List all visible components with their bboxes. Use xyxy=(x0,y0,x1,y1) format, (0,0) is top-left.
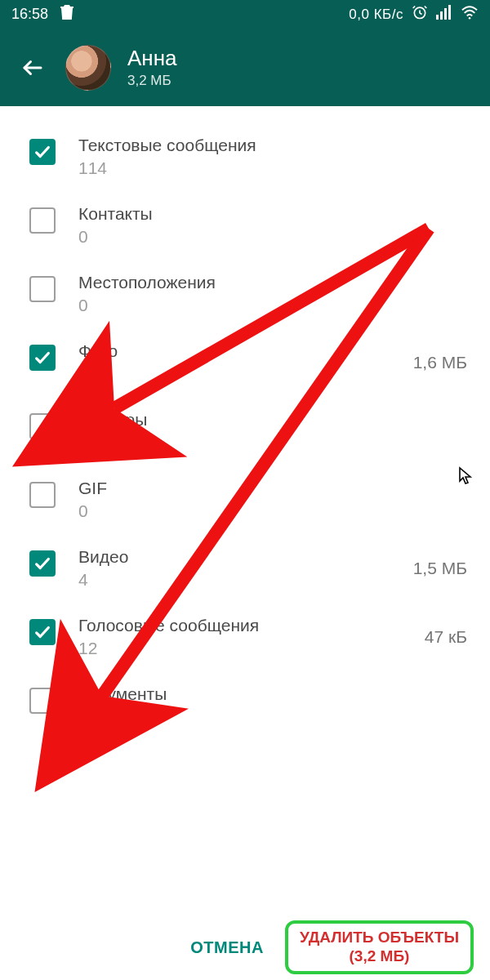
item-size xyxy=(394,136,467,147)
item-size xyxy=(394,273,467,284)
checkbox[interactable] xyxy=(29,139,56,165)
checkbox[interactable] xyxy=(29,688,56,714)
item-count: 12 xyxy=(78,639,394,658)
item-size xyxy=(394,684,467,696)
status-time: 16:58 xyxy=(11,6,48,23)
item-size: 47 кБ xyxy=(394,616,467,647)
back-button[interactable] xyxy=(16,51,49,84)
list-item[interactable]: Видео41,5 МБ xyxy=(0,534,490,603)
checkbox[interactable] xyxy=(29,413,56,439)
status-net: 0,0 КБ/с xyxy=(349,7,403,23)
item-label: Видео xyxy=(78,547,394,567)
status-bar: 16:58 0,0 КБ/с xyxy=(0,0,490,29)
wifi-icon xyxy=(461,5,479,24)
item-label: Стикеры xyxy=(78,410,394,430)
item-size: 1,6 МБ xyxy=(394,341,467,372)
category-list: Текстовые сообщения114Контакты0Местополо… xyxy=(0,106,490,980)
item-count: 20 xyxy=(78,364,394,384)
avatar[interactable] xyxy=(65,45,111,91)
checkbox[interactable] xyxy=(29,345,56,371)
svg-rect-1 xyxy=(436,15,439,20)
item-count: 0 xyxy=(78,296,394,315)
signal-icon xyxy=(436,5,452,24)
list-item[interactable]: Местоположения0 xyxy=(0,260,490,328)
delete-button[interactable]: УДАЛИТЬ ОБЪЕКТЫ (3,2 МБ) xyxy=(285,920,474,974)
cancel-button[interactable]: ОТМЕНА xyxy=(190,938,264,957)
item-size xyxy=(394,410,467,421)
item-label: Контакты xyxy=(78,204,394,224)
item-count: 0 xyxy=(78,433,394,452)
item-count: 0 xyxy=(78,707,394,727)
checkbox[interactable] xyxy=(29,550,56,577)
item-count: 4 xyxy=(78,570,394,590)
item-size xyxy=(394,479,467,490)
list-item[interactable]: Контакты0 xyxy=(0,191,490,260)
item-size xyxy=(394,204,467,216)
app-bar: Анна 3,2 МБ xyxy=(0,29,490,106)
item-label: GIF xyxy=(78,479,394,498)
cursor-icon xyxy=(458,466,473,488)
svg-point-5 xyxy=(469,17,471,20)
list-item[interactable]: Фото201,6 МБ xyxy=(0,328,490,397)
checkbox[interactable] xyxy=(29,482,56,508)
item-count: 114 xyxy=(78,158,394,178)
svg-rect-4 xyxy=(448,5,451,20)
delete-line2: (3,2 МБ) xyxy=(300,947,459,966)
list-item[interactable]: Текстовые сообщения114 xyxy=(0,122,490,191)
contact-size: 3,2 МБ xyxy=(127,73,177,89)
checkbox[interactable] xyxy=(29,276,56,302)
item-label: Фото xyxy=(78,341,394,361)
checkbox[interactable] xyxy=(29,207,56,234)
item-label: Местоположения xyxy=(78,273,394,292)
item-label: Документы xyxy=(78,684,394,704)
item-label: Текстовые сообщения xyxy=(78,136,394,155)
item-label: Голосовые сообщения xyxy=(78,616,394,635)
item-count: 0 xyxy=(78,501,394,521)
list-item[interactable]: Документы0 xyxy=(0,671,490,740)
checkbox[interactable] xyxy=(29,619,56,645)
button-bar: ОТМЕНА УДАЛИТЬ ОБЪЕКТЫ (3,2 МБ) xyxy=(0,920,490,975)
alarm-icon xyxy=(412,4,428,24)
list-item[interactable]: Стикеры0 xyxy=(0,397,490,466)
trash-icon xyxy=(60,4,74,24)
list-item[interactable]: Голосовые сообщения1247 кБ xyxy=(0,603,490,671)
item-count: 0 xyxy=(78,227,394,247)
item-size: 1,5 МБ xyxy=(394,547,467,578)
delete-line1: УДАЛИТЬ ОБЪЕКТЫ xyxy=(300,929,459,947)
svg-rect-2 xyxy=(440,11,443,20)
list-item[interactable]: GIF0 xyxy=(0,466,490,534)
svg-rect-3 xyxy=(444,8,447,20)
contact-name: Анна xyxy=(127,46,177,71)
